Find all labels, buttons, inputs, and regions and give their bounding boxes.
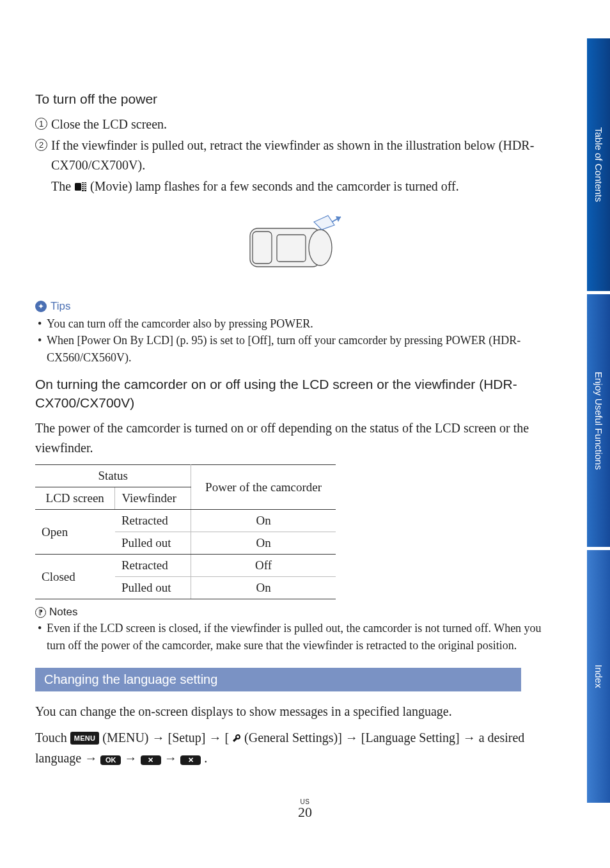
- lang-p2-d: (General Settings)]: [244, 730, 345, 745]
- tips-icon: ✦: [35, 301, 47, 312]
- arrow-icon: →: [345, 730, 358, 745]
- menu-button-icon: MENU: [70, 732, 100, 745]
- lang-p2-d-prefix: [: [224, 730, 229, 745]
- svg-rect-13: [253, 232, 272, 264]
- step-1: 1 Close the LCD screen.: [35, 114, 556, 134]
- cell-power-3: On: [191, 577, 336, 599]
- tip-2: When [Power On By LCD] (p. 95) is set to…: [35, 332, 556, 365]
- movie-lamp-icon: [74, 178, 87, 198]
- page-footer: US 20: [0, 798, 610, 821]
- svg-rect-5: [82, 189, 84, 190]
- cell-power-2: Off: [191, 555, 336, 577]
- cell-lcd-open: Open: [35, 510, 115, 555]
- heading-turn-off: To turn off the power: [35, 90, 556, 108]
- tips-list: You can turn off the camcorder also by p…: [35, 315, 556, 365]
- notes-icon: ⁋: [35, 607, 46, 618]
- cell-vf-3: Pulled out: [115, 577, 191, 599]
- step-2: 2 If the viewfinder is pulled out, retra…: [35, 136, 556, 175]
- tab-useful-functions[interactable]: Enjoy Useful Functions: [587, 294, 610, 547]
- svg-rect-9: [85, 187, 86, 188]
- language-para-1: You can change the on-screen displays to…: [35, 702, 556, 722]
- tab-useful-label: Enjoy Useful Functions: [593, 372, 604, 470]
- arrow-icon: →: [463, 730, 476, 745]
- svg-rect-2: [82, 183, 84, 184]
- note-1: Even if the LCD screen is closed, if the…: [35, 620, 556, 653]
- cell-vf-1: Pulled out: [115, 532, 191, 555]
- notes-heading: ⁋ Notes: [35, 606, 556, 619]
- step-number-1-icon: 1: [35, 118, 47, 130]
- notes-list: Even if the LCD screen is closed, if the…: [35, 620, 556, 653]
- lang-p2-c: [Setup]: [168, 730, 209, 745]
- period: .: [204, 751, 207, 765]
- svg-rect-7: [85, 183, 86, 184]
- arrow-icon: →: [84, 751, 97, 765]
- th-lcd: LCD screen: [35, 487, 115, 510]
- arrow-icon: →: [152, 730, 165, 745]
- step-1-text: Close the LCD screen.: [51, 114, 556, 134]
- lamp-line-prefix: The: [51, 179, 74, 193]
- tab-table-of-contents[interactable]: Table of Contents: [587, 38, 610, 291]
- section-language-heading: Changing the language setting: [35, 668, 521, 691]
- tab-index[interactable]: Index: [587, 550, 610, 803]
- notes-label-text: Notes: [49, 606, 77, 619]
- camcorder-illustration: [35, 209, 556, 282]
- lamp-line: The (Movie) lamp flashes for a few seco: [51, 177, 556, 198]
- lang-p2-a: Touch: [35, 730, 70, 745]
- step-2-text: If the viewfinder is pulled out, retract…: [51, 136, 556, 175]
- lamp-line-suffix: (Movie) lamp flashes for a few seconds a…: [90, 179, 459, 193]
- th-status: Status: [35, 465, 191, 487]
- arrow-icon: →: [208, 730, 221, 745]
- arrow-icon: →: [124, 751, 141, 765]
- cell-vf-2: Retracted: [115, 555, 191, 577]
- language-para-2: Touch MENU (MENU) → [Setup] → [ (General…: [35, 728, 556, 768]
- th-viewfinder: Viewfinder: [115, 487, 191, 510]
- svg-rect-10: [85, 189, 86, 190]
- heading-on-turning: On turning the camcorder on or off using…: [35, 375, 556, 413]
- side-tabs: Table of Contents Enjoy Useful Functions…: [587, 38, 610, 793]
- svg-rect-3: [82, 185, 84, 186]
- para-power-status: The power of the camcorder is turned on …: [35, 418, 556, 458]
- tab-index-label: Index: [593, 665, 604, 688]
- cell-power-0: On: [191, 510, 336, 532]
- svg-rect-0: [75, 183, 81, 191]
- svg-point-12: [309, 230, 332, 265]
- tab-toc-label: Table of Contents: [593, 127, 604, 202]
- svg-rect-14: [277, 235, 306, 262]
- page-number: 20: [0, 804, 610, 821]
- arrow-icon: →: [164, 751, 181, 765]
- cell-vf-0: Retracted: [115, 510, 191, 532]
- close-button-icon: ✕: [180, 755, 201, 765]
- lang-p2-e: [Language Setting]: [361, 730, 463, 745]
- tip-1: You can turn off the camcorder also by p…: [35, 315, 556, 332]
- tips-heading: ✦ Tips: [35, 300, 556, 313]
- power-status-table: Status Power of the camcorder LCD screen…: [35, 464, 336, 599]
- svg-rect-4: [82, 187, 84, 188]
- ok-button-icon: OK: [100, 755, 121, 765]
- wrench-icon: [232, 729, 241, 748]
- svg-rect-8: [85, 185, 86, 186]
- step-number-2-icon: 2: [35, 139, 47, 151]
- cell-lcd-closed: Closed: [35, 555, 115, 599]
- close-button-icon: ✕: [141, 755, 161, 765]
- tips-label-text: Tips: [51, 300, 71, 313]
- th-power: Power of the camcorder: [191, 465, 336, 510]
- cell-power-1: On: [191, 532, 336, 555]
- lang-p2-b: (MENU): [102, 730, 152, 745]
